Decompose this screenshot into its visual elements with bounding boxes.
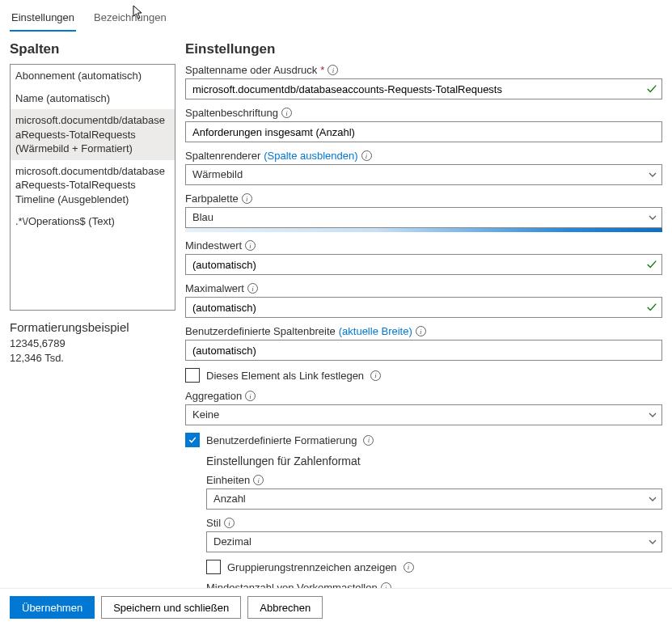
column-name-input[interactable] <box>185 78 662 99</box>
tab-settings[interactable]: Einstellungen <box>10 6 76 32</box>
style-label: Stil <box>206 517 221 529</box>
style-select[interactable]: Dezimal <box>206 531 662 552</box>
grouping-checkbox[interactable] <box>206 560 221 574</box>
palette-label: Farbpalette <box>185 192 239 205</box>
column-name-label: Spaltenname oder Ausdruck <box>185 64 317 76</box>
info-icon[interactable]: i <box>245 240 256 251</box>
grouping-label: Gruppierungstrennzeichen anzeigen <box>227 561 397 573</box>
apply-button[interactable]: Übernehmen <box>10 596 95 619</box>
custom-format-label: Benutzerdefinierte Formatierung <box>206 434 357 446</box>
tab-labels[interactable]: Bezeichnungen <box>92 6 168 32</box>
check-icon <box>646 302 657 313</box>
settings-heading: Einstellungen <box>185 41 662 57</box>
units-select[interactable]: Anzahl <box>206 489 662 510</box>
current-width-link[interactable]: (aktuelle Breite) <box>339 325 412 337</box>
info-icon[interactable]: i <box>242 193 252 204</box>
list-item[interactable]: .*\/Operations$ (Text) <box>11 210 175 233</box>
aggregation-label: Aggregation <box>185 390 242 402</box>
info-icon[interactable]: i <box>245 391 256 401</box>
as-link-checkbox[interactable] <box>185 368 200 383</box>
chevron-down-icon <box>648 410 657 420</box>
max-label: Maximalwert <box>185 282 244 294</box>
format-example-heading: Formatierungsbeispiel <box>10 320 175 334</box>
info-icon[interactable]: i <box>363 435 374 446</box>
renderer-label: Spaltenrenderer <box>185 150 260 162</box>
min-input[interactable] <box>185 254 662 275</box>
cancel-button[interactable]: Abbrechen <box>247 596 323 619</box>
list-item[interactable]: Name (automatisch) <box>11 87 175 110</box>
chevron-down-icon <box>648 213 657 222</box>
list-item[interactable]: Abonnement (automatisch) <box>11 65 175 87</box>
aggregation-select[interactable]: Keine <box>185 404 662 425</box>
as-link-label: Dieses Element als Link festlegen <box>206 370 364 382</box>
list-item[interactable]: microsoft.documentdb/databaseaRequests-T… <box>11 109 175 160</box>
info-icon[interactable]: i <box>253 475 264 485</box>
number-format-heading: Einstellungen für Zahlenformat <box>206 455 662 467</box>
info-icon[interactable]: i <box>416 326 426 336</box>
format-example-1: 12345,6789 <box>10 337 175 349</box>
check-icon <box>646 83 657 95</box>
chevron-down-icon <box>648 537 657 547</box>
palette-select[interactable]: Blau <box>185 207 662 228</box>
hide-column-link[interactable]: (Spalte ausblenden) <box>264 150 357 162</box>
info-icon[interactable]: i <box>370 370 381 381</box>
custom-format-checkbox[interactable] <box>185 433 200 447</box>
info-icon[interactable]: i <box>328 65 338 75</box>
columns-heading: Spalten <box>10 41 175 57</box>
palette-gradient <box>185 228 662 232</box>
chevron-down-icon <box>648 170 657 180</box>
required-icon: * <box>320 64 324 76</box>
chevron-down-icon <box>648 494 657 504</box>
width-input[interactable] <box>185 340 662 361</box>
units-label: Einheiten <box>206 474 250 486</box>
save-close-button[interactable]: Speichern und schließen <box>101 596 241 619</box>
info-icon[interactable]: i <box>404 562 414 573</box>
info-icon[interactable]: i <box>224 518 235 528</box>
renderer-select[interactable]: Wärmebild <box>185 164 662 185</box>
format-example-2: 12,346 Tsd. <box>10 352 175 364</box>
columns-list[interactable]: Abonnement (automatisch) Name (automatis… <box>10 64 175 311</box>
column-caption-label: Spaltenbeschriftung <box>185 107 278 119</box>
check-icon <box>646 259 657 270</box>
info-icon[interactable]: i <box>361 150 372 161</box>
list-item[interactable]: microsoft.documentdb/databaseaRequests-T… <box>11 160 175 211</box>
min-label: Mindestwert <box>185 239 242 252</box>
column-caption-input[interactable] <box>185 121 662 142</box>
max-input[interactable] <box>185 297 662 318</box>
width-label: Benutzerdefinierte Spaltenbreite <box>185 325 336 337</box>
info-icon[interactable]: i <box>281 108 292 118</box>
info-icon[interactable]: i <box>247 283 258 294</box>
